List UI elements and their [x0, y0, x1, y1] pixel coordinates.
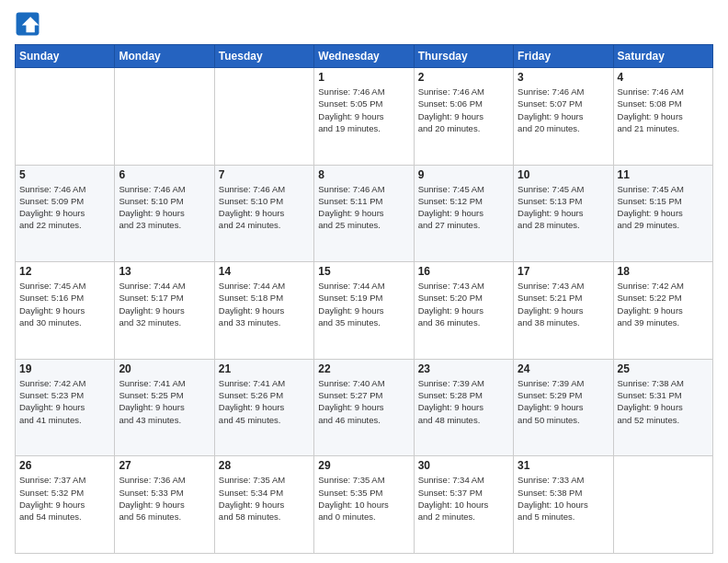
day-info: Sunrise: 7:45 AM Sunset: 5:12 PM Dayligh…: [418, 183, 509, 232]
calendar-cell: [16, 68, 115, 166]
day-info: Sunrise: 7:44 AM Sunset: 5:19 PM Dayligh…: [318, 280, 409, 328]
day-number: 2: [418, 71, 509, 84]
calendar-cell: 28Sunrise: 7:35 AM Sunset: 5:34 PM Dayli…: [214, 456, 313, 554]
calendar-cell: 26Sunrise: 7:37 AM Sunset: 5:32 PM Dayli…: [16, 456, 115, 554]
header: [15, 11, 713, 37]
day-info: Sunrise: 7:41 AM Sunset: 5:26 PM Dayligh…: [219, 377, 310, 426]
day-number: 22: [318, 362, 409, 375]
day-info: Sunrise: 7:35 AM Sunset: 5:34 PM Dayligh…: [219, 474, 310, 523]
day-number: 13: [119, 265, 210, 278]
day-number: 19: [19, 362, 110, 375]
day-number: 11: [618, 168, 709, 181]
logo-icon: [15, 11, 40, 37]
day-number: 27: [119, 459, 210, 472]
calendar-cell: 11Sunrise: 7:45 AM Sunset: 5:15 PM Dayli…: [613, 165, 712, 262]
calendar-cell: 23Sunrise: 7:39 AM Sunset: 5:28 PM Dayli…: [414, 359, 513, 456]
calendar-cell: [613, 456, 712, 554]
day-info: Sunrise: 7:39 AM Sunset: 5:29 PM Dayligh…: [518, 377, 609, 426]
day-number: 3: [518, 71, 609, 84]
calendar-cell: 10Sunrise: 7:45 AM Sunset: 5:13 PM Dayli…: [514, 165, 613, 262]
calendar-week-1: 5Sunrise: 7:46 AM Sunset: 5:09 PM Daylig…: [16, 165, 713, 262]
calendar-body: 1Sunrise: 7:46 AM Sunset: 5:05 PM Daylig…: [16, 68, 713, 554]
day-number: 26: [19, 459, 110, 472]
weekday-header-saturday: Saturday: [613, 45, 712, 68]
day-info: Sunrise: 7:34 AM Sunset: 5:37 PM Dayligh…: [418, 474, 509, 523]
day-info: Sunrise: 7:46 AM Sunset: 5:10 PM Dayligh…: [119, 183, 210, 232]
calendar-week-4: 26Sunrise: 7:37 AM Sunset: 5:32 PM Dayli…: [16, 456, 713, 554]
day-number: 12: [19, 265, 110, 278]
calendar-cell: 24Sunrise: 7:39 AM Sunset: 5:29 PM Dayli…: [514, 359, 613, 456]
day-number: 9: [418, 168, 509, 181]
weekday-header-wednesday: Wednesday: [314, 45, 414, 68]
day-number: 16: [418, 265, 509, 278]
day-info: Sunrise: 7:43 AM Sunset: 5:20 PM Dayligh…: [418, 280, 509, 328]
weekday-header-sunday: Sunday: [16, 45, 115, 68]
day-number: 30: [418, 459, 509, 472]
calendar-cell: 19Sunrise: 7:42 AM Sunset: 5:23 PM Dayli…: [16, 359, 115, 456]
calendar-cell: 27Sunrise: 7:36 AM Sunset: 5:33 PM Dayli…: [115, 456, 214, 554]
day-number: 15: [318, 265, 409, 278]
calendar-cell: [214, 68, 313, 166]
day-info: Sunrise: 7:45 AM Sunset: 5:15 PM Dayligh…: [618, 183, 709, 232]
day-number: 29: [318, 459, 409, 472]
calendar-week-0: 1Sunrise: 7:46 AM Sunset: 5:05 PM Daylig…: [16, 68, 713, 166]
day-number: 23: [418, 362, 509, 375]
calendar-cell: 4Sunrise: 7:46 AM Sunset: 5:08 PM Daylig…: [613, 68, 712, 166]
calendar-cell: 21Sunrise: 7:41 AM Sunset: 5:26 PM Dayli…: [214, 359, 313, 456]
day-info: Sunrise: 7:42 AM Sunset: 5:23 PM Dayligh…: [19, 377, 110, 426]
day-number: 20: [119, 362, 210, 375]
calendar-cell: 15Sunrise: 7:44 AM Sunset: 5:19 PM Dayli…: [314, 262, 414, 360]
day-number: 17: [518, 265, 609, 278]
day-number: 31: [518, 459, 609, 472]
calendar-cell: 8Sunrise: 7:46 AM Sunset: 5:11 PM Daylig…: [314, 165, 414, 262]
weekday-header-thursday: Thursday: [414, 45, 513, 68]
day-info: Sunrise: 7:33 AM Sunset: 5:38 PM Dayligh…: [518, 474, 609, 523]
calendar-cell: [115, 68, 214, 166]
calendar-cell: 9Sunrise: 7:45 AM Sunset: 5:12 PM Daylig…: [414, 165, 513, 262]
day-info: Sunrise: 7:41 AM Sunset: 5:25 PM Dayligh…: [119, 377, 210, 426]
calendar-cell: 25Sunrise: 7:38 AM Sunset: 5:31 PM Dayli…: [613, 359, 712, 456]
day-info: Sunrise: 7:44 AM Sunset: 5:17 PM Dayligh…: [119, 280, 210, 328]
calendar-cell: 16Sunrise: 7:43 AM Sunset: 5:20 PM Dayli…: [414, 262, 513, 360]
calendar-cell: 29Sunrise: 7:35 AM Sunset: 5:35 PM Dayli…: [314, 456, 414, 554]
day-number: 18: [618, 265, 709, 278]
calendar-cell: 17Sunrise: 7:43 AM Sunset: 5:21 PM Dayli…: [514, 262, 613, 360]
calendar-cell: 12Sunrise: 7:45 AM Sunset: 5:16 PM Dayli…: [16, 262, 115, 360]
day-info: Sunrise: 7:42 AM Sunset: 5:22 PM Dayligh…: [618, 280, 709, 328]
day-number: 5: [19, 168, 110, 181]
calendar-cell: 3Sunrise: 7:46 AM Sunset: 5:07 PM Daylig…: [514, 68, 613, 166]
day-info: Sunrise: 7:37 AM Sunset: 5:32 PM Dayligh…: [19, 474, 110, 523]
day-number: 6: [119, 168, 210, 181]
day-info: Sunrise: 7:36 AM Sunset: 5:33 PM Dayligh…: [119, 474, 210, 523]
calendar-week-2: 12Sunrise: 7:45 AM Sunset: 5:16 PM Dayli…: [16, 262, 713, 360]
calendar-header-row: SundayMondayTuesdayWednesdayThursdayFrid…: [16, 45, 713, 68]
logo: [15, 11, 44, 37]
day-info: Sunrise: 7:46 AM Sunset: 5:08 PM Dayligh…: [618, 86, 709, 134]
day-number: 10: [518, 168, 609, 181]
day-info: Sunrise: 7:45 AM Sunset: 5:16 PM Dayligh…: [19, 280, 110, 328]
day-info: Sunrise: 7:35 AM Sunset: 5:35 PM Dayligh…: [318, 474, 409, 523]
day-info: Sunrise: 7:46 AM Sunset: 5:06 PM Dayligh…: [418, 86, 509, 134]
calendar-week-3: 19Sunrise: 7:42 AM Sunset: 5:23 PM Dayli…: [16, 359, 713, 456]
calendar-cell: 22Sunrise: 7:40 AM Sunset: 5:27 PM Dayli…: [314, 359, 414, 456]
calendar-cell: 13Sunrise: 7:44 AM Sunset: 5:17 PM Dayli…: [115, 262, 214, 360]
calendar-cell: 6Sunrise: 7:46 AM Sunset: 5:10 PM Daylig…: [115, 165, 214, 262]
calendar-cell: 20Sunrise: 7:41 AM Sunset: 5:25 PM Dayli…: [115, 359, 214, 456]
day-number: 4: [618, 71, 709, 84]
weekday-header-monday: Monday: [115, 45, 214, 68]
calendar-cell: 5Sunrise: 7:46 AM Sunset: 5:09 PM Daylig…: [16, 165, 115, 262]
day-info: Sunrise: 7:46 AM Sunset: 5:05 PM Dayligh…: [318, 86, 409, 134]
weekday-header-tuesday: Tuesday: [214, 45, 313, 68]
day-number: 14: [219, 265, 310, 278]
calendar-cell: 18Sunrise: 7:42 AM Sunset: 5:22 PM Dayli…: [613, 262, 712, 360]
day-info: Sunrise: 7:46 AM Sunset: 5:09 PM Dayligh…: [19, 183, 110, 232]
day-info: Sunrise: 7:46 AM Sunset: 5:07 PM Dayligh…: [518, 86, 609, 134]
day-number: 7: [219, 168, 310, 181]
calendar: SundayMondayTuesdayWednesdayThursdayFrid…: [15, 44, 713, 554]
day-number: 8: [318, 168, 409, 181]
day-number: 21: [219, 362, 310, 375]
page: SundayMondayTuesdayWednesdayThursdayFrid…: [0, 0, 728, 563]
day-info: Sunrise: 7:38 AM Sunset: 5:31 PM Dayligh…: [618, 377, 709, 426]
calendar-cell: 2Sunrise: 7:46 AM Sunset: 5:06 PM Daylig…: [414, 68, 513, 166]
weekday-header-friday: Friday: [514, 45, 613, 68]
